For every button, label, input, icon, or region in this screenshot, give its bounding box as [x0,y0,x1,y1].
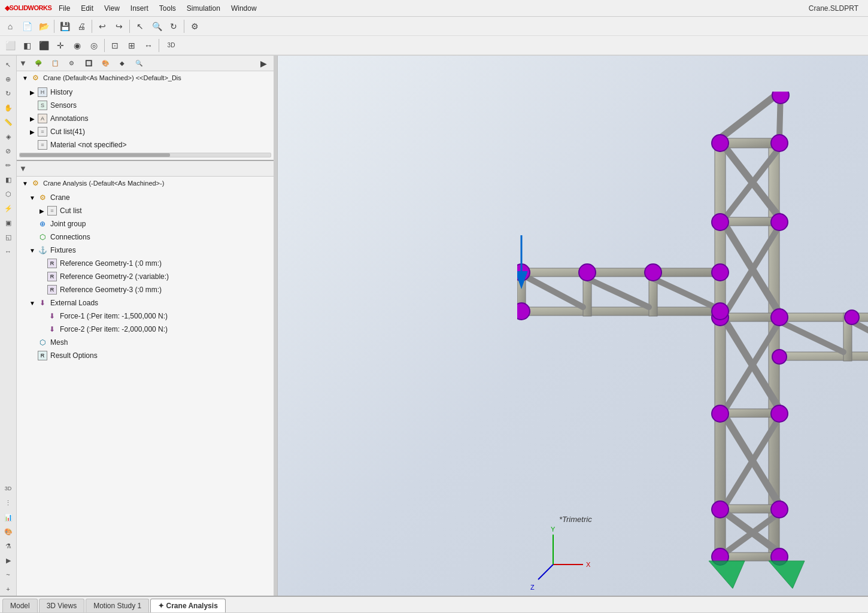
menu-tools[interactable]: Tools [154,3,181,14]
left-icon-feature[interactable]: ◧ [2,173,15,186]
tree-expand-all[interactable]: ▶ [256,56,271,71]
tb-view4[interactable]: ✛ [53,38,68,53]
left-icon-rotate[interactable]: ↻ [2,87,15,100]
tb-explode[interactable]: ⊞ [124,38,139,53]
tree-tab-config[interactable]: ⚙ [64,56,80,71]
tb-shaded[interactable]: ◉ [69,38,85,53]
tb-undo[interactable]: ↩ [95,19,110,34]
tree-item-crane[interactable]: ▼ ⚙ Crane [17,191,274,204]
tree-tab-3d[interactable]: 🔲 [81,56,96,71]
tb-save[interactable]: 💾 [57,19,72,34]
tb-view2[interactable]: ◧ [19,38,35,53]
left-icon-measure[interactable]: 📏 [2,116,15,129]
tree-item-cutlist[interactable]: ▶ ≡ Cut list(41) [17,125,274,138]
tree-item-crane-cutlist[interactable]: ▶ ≡ Cut list [17,204,274,217]
menu-simulation[interactable]: Simulation [182,3,225,14]
history-expand[interactable]: ▶ [29,89,36,96]
left-icon-assembly[interactable]: ⬡ [2,187,15,201]
left-icon-flow[interactable]: ~ [2,568,15,581]
tree-tab-search[interactable]: 🔍 [131,56,147,71]
left-icon-mold[interactable]: ◱ [2,230,15,244]
force2-icon: ⬇ [47,324,57,335]
tab-motionstudy[interactable]: Motion Study 1 [86,599,149,612]
tb-new[interactable]: 📄 [19,19,35,34]
tree-item-annotations[interactable]: ▶ A Annotations [17,112,274,125]
tree-item-history[interactable]: ▶ H History [17,86,274,99]
tb-print[interactable]: 🖨 [74,19,89,34]
tree-item-refgeo3[interactable]: R Reference Geometry-3 (:0 mm:) [17,283,274,296]
tab-3dviews[interactable]: 3D Views [39,599,84,612]
tree-item-sensors[interactable]: S Sensors [17,99,274,112]
left-icon-pan[interactable]: ✋ [2,101,15,114]
left-icon-smart[interactable]: ◈ [2,130,15,143]
tb-wire[interactable]: ◎ [86,38,102,53]
tb-home[interactable]: ⌂ [2,19,18,34]
tree-item-force1[interactable]: ⬇ Force-1 (:Per item: -1,500,000 N:) [17,309,274,323]
tree-item-force2[interactable]: ⬇ Force-2 (:Per item: -2,000,000 N:) [17,323,274,336]
tree-item-refgeo2[interactable]: R Reference Geometry-2 (:variable:) [17,270,274,283]
tree-item-material[interactable]: ≡ Material <not specified> [17,138,274,151]
tab-craneanalysis[interactable]: ✦ Crane Analysis [150,599,226,612]
tree-sim-root[interactable]: ▼ ⚙ Crane Analysis (-Default<As Machined… [17,177,274,190]
menu-view[interactable]: View [99,3,125,14]
left-icon-plus[interactable]: + [2,582,15,596]
tb-3d[interactable]: 3D [162,38,181,53]
left-icon-weld[interactable]: ⚡ [2,202,15,215]
root-expand[interactable]: ▼ [22,74,29,81]
tree-item-jointgroup[interactable]: ⊕ Joint group [17,217,274,230]
svg-point-56 [712,303,729,320]
cutlist-expand[interactable]: ▶ [29,128,36,135]
filter-icon-bottom[interactable]: ▼ [19,164,27,173]
left-icon-render[interactable]: 🎨 [2,525,15,538]
tree-tab-property[interactable]: 📋 [47,56,63,71]
crane-expand[interactable]: ▼ [29,194,36,201]
viewport[interactable]: X Y Z *Trimetric [278,56,868,596]
tree-item-refgeo1[interactable]: R Reference Geometry-1 (:0 mm:) [17,257,274,270]
left-icon-motion[interactable]: ▶ [2,554,15,567]
force2-space [38,326,45,333]
crane-cutlist-expand[interactable]: ▶ [38,207,45,214]
tree-top-scrollbar[interactable] [19,153,271,157]
left-icon-dim2[interactable]: ↔ [2,245,15,258]
tb-redo[interactable]: ↪ [111,19,127,34]
tree-tab-custom[interactable]: ◆ [114,56,130,71]
tree-item-extloads[interactable]: ▼ ⬇ External Loads [17,296,274,309]
menu-edit[interactable]: Edit [76,3,98,14]
left-icon-ref[interactable]: ⊘ [2,144,15,157]
left-icon-sim2[interactable]: ⚗ [2,539,15,553]
menu-file[interactable]: File [54,3,75,14]
left-icon-more[interactable]: ⋮ [2,496,15,509]
left-icon-sheet[interactable]: ▣ [2,216,15,229]
tb-view3[interactable]: ⬛ [36,38,51,53]
left-icon-3d[interactable]: 3D [2,482,15,495]
tb-rotate[interactable]: ↻ [166,19,181,34]
tree-item-mesh[interactable]: ⬡ Mesh [17,336,274,349]
left-icon-select[interactable]: ↖ [2,58,15,71]
tb-zoom[interactable]: 🔍 [149,19,165,34]
annotations-expand[interactable]: ▶ [29,115,36,122]
force1-icon: ⬇ [47,311,57,321]
menu-window[interactable]: Window [226,3,262,14]
tb-view1[interactable]: ⬜ [2,38,18,53]
tab-model[interactable]: Model [2,599,38,612]
fixtures-expand[interactable]: ▼ [29,247,36,254]
tb-open[interactable]: 📂 [36,19,51,34]
resultopts-icon: R [37,350,48,361]
tree-tab-feature[interactable]: 🌳 [31,56,46,71]
menu-insert[interactable]: Insert [126,3,153,14]
tb-select[interactable]: ↖ [132,19,148,34]
tb-section[interactable]: ⊡ [107,38,123,53]
tree-root-part[interactable]: ▼ ⚙ Crane (Default<As Machined>) <<Defau… [17,71,274,84]
left-icon-analysis[interactable]: 📊 [2,511,15,524]
tb-dim[interactable]: ↔ [141,38,156,53]
left-icon-sketch[interactable]: ✏ [2,159,15,172]
tree-item-fixtures[interactable]: ▼ ⚓ Fixtures [17,244,274,257]
filter-icon-top[interactable]: ▼ [19,59,27,68]
left-icon-zoom[interactable]: ⊕ [2,72,15,86]
extloads-expand[interactable]: ▼ [29,299,36,306]
tb-options[interactable]: ⚙ [187,19,202,34]
sim-root-expand[interactable]: ▼ [22,180,29,187]
tree-item-resultopts[interactable]: R Result Options [17,349,274,362]
tree-tab-appear[interactable]: 🎨 [98,56,113,71]
tree-item-connections[interactable]: ⬡ Connections [17,230,274,244]
